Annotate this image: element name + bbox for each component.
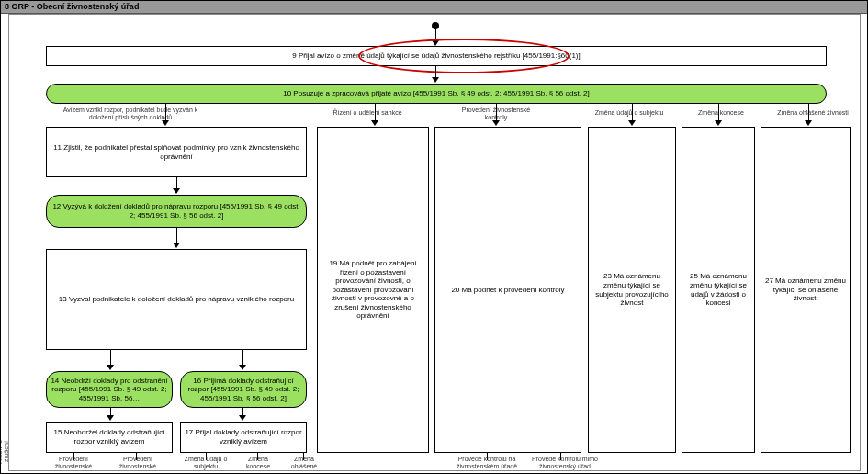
arrow-icon — [628, 120, 636, 126]
label-branch-a: Avízem vznikl rozpor, podnikatel bude vy… — [57, 107, 204, 120]
edge — [165, 104, 166, 122]
node-19-text: 19 Má podnět pro zahájení řízení o pozas… — [321, 259, 425, 321]
swimlane: Řízení o zrušení 9 Přijal avízo o změně … — [8, 14, 861, 471]
node-20-text: 20 Má podnět k provedení kontroly — [451, 286, 564, 295]
node-27-text: 27 Má oznámenu změnu týkající se ohlášen… — [764, 276, 847, 303]
annotation-ellipse — [358, 39, 569, 73]
node-13-text: 13 Vyzval podnikatele k doložení dokladů… — [59, 295, 294, 304]
tick — [73, 453, 74, 460]
arrow-icon — [173, 188, 180, 194]
node-15-text: 15 Neobdržel doklady odstraňující rozpor… — [50, 428, 169, 446]
node-14: 14 Neobdrží doklady pro odstranění rozpo… — [46, 371, 173, 408]
node-27: 27 Má oznámenu změnu týkající se ohlášen… — [761, 127, 851, 453]
tick — [206, 453, 207, 460]
bottom-label-2: Provedení živnostenské — [110, 456, 165, 469]
arrow-icon — [715, 120, 722, 126]
arrow-icon — [162, 120, 169, 126]
edge — [632, 104, 633, 122]
arrow-icon — [107, 415, 114, 421]
arrow-icon — [239, 365, 246, 370]
label-branch-b: Řízení o udělení sankce — [321, 109, 413, 117]
arrow-icon — [805, 120, 812, 126]
node-23: 23 Má oznámenu změnu týkající se subjekt… — [588, 127, 676, 453]
node-10: 10 Posuzuje a zpracovává přijaté avízo [… — [46, 84, 827, 104]
arrow-icon — [107, 365, 114, 370]
edge — [718, 104, 719, 122]
node-14-text: 14 Neobdrží doklady pro odstranění rozpo… — [50, 377, 169, 403]
header-bar: 8 ORP - Obecní živnostenský úřad — [1, 1, 868, 14]
arrow-icon — [492, 120, 500, 126]
arrow-icon — [432, 77, 439, 83]
label-branch-e: Změna koncese — [689, 109, 753, 117]
edge — [808, 104, 809, 122]
node-23-text: 23 Má oznámenu změnu týkající se subjekt… — [592, 272, 672, 307]
arrow-icon — [173, 243, 180, 248]
node-16-text: 16 Přijímá doklady odstraňující rozpor [… — [184, 377, 303, 403]
node-17-text: 17 Přijal doklady odstraňující rozpor vz… — [184, 428, 303, 446]
node-17: 17 Přijal doklady odstraňující rozpor vz… — [180, 422, 307, 453]
node-10-text: 10 Posuzuje a zpracovává přijaté avízo [… — [283, 89, 590, 98]
node-19: 19 Má podnět pro zahájení řízení o pozas… — [317, 127, 429, 453]
arrow-icon — [239, 415, 246, 421]
node-11: 11 Zjistil, že podnikatel přestal splňov… — [46, 127, 307, 177]
start-dot — [432, 22, 439, 29]
node-12: 12 Vyzývá k doložení dokladů pro nápravu… — [46, 195, 307, 228]
side-rotated-label: Řízení o zrušení — [0, 434, 9, 470]
node-25: 25 Má oznámenu změnu týkající se údajů v… — [682, 127, 755, 453]
node-25-text: 25 Má oznámenu změnu týkající se údajů v… — [685, 272, 751, 307]
node-20: 20 Má podnět k provedení kontroly — [434, 127, 581, 453]
node-13: 13 Vyzval podnikatele k doložení dokladů… — [46, 249, 307, 350]
edge — [496, 104, 497, 122]
tick — [560, 453, 561, 460]
arrow-icon — [371, 120, 378, 126]
node-11-text: 11 Zjistil, že podnikatel přestal splňov… — [50, 143, 303, 161]
node-16: 16 Přijímá doklady odstraňující rozpor [… — [180, 371, 307, 408]
header-title: 8 ORP - Obecní živnostenský úřad — [5, 2, 139, 11]
node-15: 15 Neobdržel doklady odstraňující rozpor… — [46, 422, 173, 453]
label-branch-f: Změna ohlášené živnosti — [772, 109, 854, 117]
tick — [136, 453, 137, 460]
edge — [375, 104, 376, 122]
bottom-label-4: Změna koncese — [237, 456, 279, 469]
bottom-label-7: Provede kontrolu mimo živnostenský úřad — [528, 456, 602, 469]
node-12-text: 12 Vyzývá k doložení dokladů pro nápravu… — [50, 202, 303, 220]
tick — [257, 453, 258, 460]
tick — [487, 453, 488, 460]
bottom-label-5: Změna ohlášené — [283, 456, 325, 469]
tick — [303, 453, 304, 460]
label-branch-d: Změna údajů o subjektu — [588, 109, 671, 117]
